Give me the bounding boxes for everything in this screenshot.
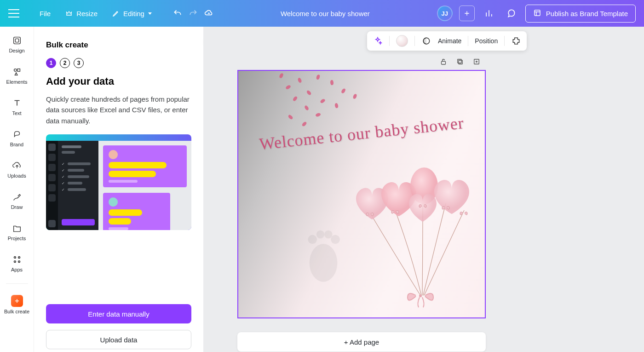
svg-point-7 (14, 261, 16, 263)
resize-menu[interactable]: Resize (61, 6, 101, 21)
crown-icon (64, 9, 74, 18)
lock-icon[interactable] (439, 57, 448, 66)
projects-icon (12, 223, 23, 234)
nav-label: Design (9, 48, 24, 53)
uploads-icon (12, 160, 23, 171)
nav-uploads[interactable]: Uploads (0, 156, 34, 182)
nav-brand[interactable]: Brand (0, 125, 34, 151)
resize-label: Resize (76, 10, 98, 17)
file-label: File (40, 10, 51, 17)
step-1[interactable]: 1 (46, 58, 56, 68)
file-menu[interactable]: File (36, 7, 54, 20)
svg-point-5 (14, 257, 16, 259)
transparency-icon[interactable] (511, 36, 521, 46)
panel-title: Bulk create (46, 40, 191, 50)
pencil-icon (111, 9, 121, 18)
chevron-down-icon (148, 12, 152, 15)
step-3[interactable]: 3 (74, 58, 84, 68)
nav-text[interactable]: Text (0, 94, 34, 120)
avatar[interactable]: JJ (437, 6, 453, 21)
nav-label: Text (12, 110, 21, 116)
background-swatch[interactable] (396, 35, 408, 47)
document-title[interactable]: Welcome to our baby shower (213, 10, 437, 17)
nav-draw[interactable]: Draw (0, 188, 34, 214)
editing-menu[interactable]: Editing (108, 6, 155, 21)
divider (6, 283, 28, 284)
animate-button[interactable]: Animate (438, 37, 461, 45)
design-canvas[interactable]: Welcome to our baby shower (237, 70, 486, 318)
brand-icon (12, 129, 23, 140)
comment-icon[interactable] (503, 6, 519, 21)
draw-icon (12, 191, 23, 202)
page-action-bar (439, 57, 481, 66)
publish-label: Publish as Brand Template (546, 10, 628, 17)
undo-icon[interactable] (173, 9, 182, 18)
step-indicator: 1 2 3 (46, 58, 191, 68)
footprint-watermark (298, 225, 349, 285)
menu-icon[interactable] (8, 9, 19, 17)
apps-icon (12, 254, 23, 265)
duplicate-icon[interactable] (455, 57, 465, 66)
design-icon (12, 35, 23, 46)
redo-icon[interactable] (189, 9, 198, 18)
template-icon (533, 9, 541, 18)
floating-toolbar: Animate Position (367, 31, 527, 51)
nav-bulk-create[interactable]: Bulk create (0, 291, 34, 318)
enter-data-button[interactable]: Enter data manually (46, 304, 191, 323)
svg-point-18 (331, 235, 340, 244)
add-page-icon[interactable] (472, 57, 481, 66)
upload-data-button[interactable]: Upload data (46, 330, 191, 349)
svg-rect-0 (535, 10, 540, 16)
petals-decoration (261, 71, 372, 131)
publish-button[interactable]: Publish as Brand Template (525, 5, 636, 23)
svg-point-6 (18, 257, 20, 259)
svg-rect-12 (458, 59, 461, 63)
nav-projects[interactable]: Projects (0, 219, 34, 245)
nav-label: Apps (11, 267, 23, 272)
position-button[interactable]: Position (475, 37, 498, 45)
effects-icon[interactable] (421, 36, 431, 46)
add-member-button[interactable] (459, 6, 475, 21)
nav-rail: Design Elements Text Brand Uploads Draw … (0, 27, 34, 352)
svg-point-17 (324, 231, 332, 238)
nav-elements[interactable]: Elements (0, 63, 34, 88)
nav-apps[interactable]: Apps (0, 250, 34, 276)
nav-label: Bulk create (4, 309, 29, 314)
panel-description: Quickly create hundreds of pages from po… (46, 94, 191, 126)
nav-label: Uploads (7, 173, 26, 179)
svg-rect-1 (13, 37, 20, 44)
svg-rect-4 (17, 69, 19, 72)
cloud-sync-icon[interactable] (204, 9, 213, 18)
svg-point-15 (308, 235, 317, 244)
nav-label: Elements (6, 79, 28, 85)
svg-rect-11 (459, 60, 462, 64)
nav-label: Projects (8, 236, 26, 241)
magic-icon[interactable] (373, 36, 383, 46)
panel-heading: Add your data (46, 75, 191, 87)
insights-icon[interactable] (481, 6, 497, 21)
add-page-button[interactable]: + Add page (237, 332, 486, 352)
side-panel: ✕ Bulk create 1 2 3 Add your data Quickl… (34, 27, 203, 352)
bulk-create-icon (11, 295, 23, 307)
svg-point-3 (14, 69, 16, 72)
svg-point-8 (18, 261, 20, 263)
svg-point-16 (316, 231, 324, 238)
canvas-stage: Animate Position (203, 27, 644, 352)
svg-point-14 (310, 244, 338, 282)
editing-label: Editing (123, 10, 144, 17)
balloons-illustration (342, 157, 480, 309)
nav-design[interactable]: Design (0, 31, 34, 57)
step-2[interactable]: 2 (60, 58, 70, 68)
top-bar: File Resize Editing Welcome to our baby … (0, 0, 644, 27)
nav-label: Draw (11, 204, 23, 210)
text-icon (12, 98, 23, 109)
nav-label: Brand (10, 142, 23, 147)
svg-point-20 (419, 294, 422, 297)
svg-rect-2 (15, 39, 18, 42)
svg-rect-10 (442, 61, 446, 64)
preview-illustration: ✓ ✓ ✓ ✓ ✓ (46, 134, 191, 230)
elements-icon (12, 66, 23, 77)
